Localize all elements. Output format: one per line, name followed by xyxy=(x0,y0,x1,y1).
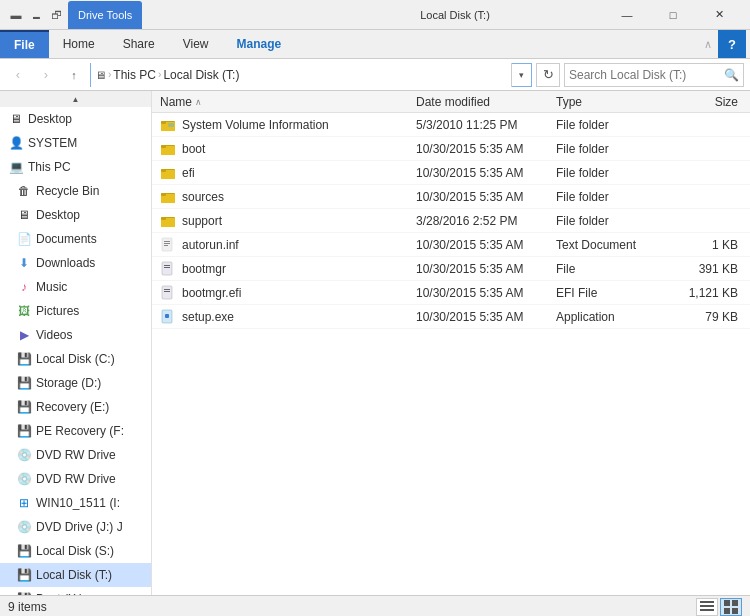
sidebar-item-disk-s[interactable]: 💾 Local Disk (S:) xyxy=(0,539,151,563)
sidebar-item-disk-t[interactable]: 💾 Local Disk (T:) xyxy=(0,563,151,587)
svg-rect-29 xyxy=(700,605,714,607)
close-button[interactable]: ✕ xyxy=(696,0,742,30)
file-name-cell: bootmgr xyxy=(152,261,412,277)
address-path[interactable]: 🖥 › This PC › Local Disk (T:) xyxy=(91,63,511,87)
sidebar-item-dvd1[interactable]: 💿 DVD RW Drive xyxy=(0,443,151,467)
sidebar-label-disk-f: PE Recovery (F: xyxy=(36,424,124,438)
file-name-text: System Volume Information xyxy=(182,118,329,132)
file-icon xyxy=(160,213,176,229)
file-icon xyxy=(160,117,176,133)
sidebar-label-thispc: This PC xyxy=(28,160,71,174)
sidebar-item-pictures[interactable]: 🖼 Pictures xyxy=(0,299,151,323)
sidebar-scroll-up[interactable]: ▲ xyxy=(0,91,151,107)
sidebar-item-dvd3[interactable]: 💿 DVD Drive (J:) J xyxy=(0,515,151,539)
sidebar-item-thispc[interactable]: 💻 This PC xyxy=(0,155,151,179)
table-row[interactable]: bootmgr 10/30/2015 5:35 AM File 391 KB xyxy=(152,257,750,281)
sidebar-item-win10[interactable]: ⊞ WIN10_1511 (I: xyxy=(0,491,151,515)
ribbon-collapse-btn[interactable]: ∧ xyxy=(698,38,718,51)
tab-manage[interactable]: Manage xyxy=(223,30,296,58)
tab-view[interactable]: View xyxy=(169,30,223,58)
search-icon[interactable]: 🔍 xyxy=(724,68,739,82)
file-date-cell: 10/30/2015 5:35 AM xyxy=(412,166,552,180)
sidebar-item-disk-e[interactable]: 💾 Recovery (E:) xyxy=(0,395,151,419)
ribbon: File Home Share View Manage ∧ ? xyxy=(0,30,750,59)
col-size-header[interactable]: Size xyxy=(662,95,742,109)
svg-rect-22 xyxy=(164,267,170,268)
table-row[interactable]: autorun.inf 10/30/2015 5:35 AM Text Docu… xyxy=(152,233,750,257)
col-size-label: Size xyxy=(715,95,738,109)
list-view-btn[interactable] xyxy=(696,598,718,616)
tb-minimize[interactable]: 🗕 xyxy=(28,7,44,23)
sidebar-item-desktop[interactable]: 🖥 Desktop xyxy=(0,107,151,131)
tb-maximize[interactable]: 🗗 xyxy=(48,7,64,23)
sidebar-item-disk-f[interactable]: 💾 PE Recovery (F: xyxy=(0,419,151,443)
sidebar-item-desktop2[interactable]: 🖥 Desktop xyxy=(0,203,151,227)
sidebar-item-recycle[interactable]: 🗑 Recycle Bin xyxy=(0,179,151,203)
col-name-header[interactable]: Name ∧ xyxy=(152,95,412,109)
forward-button[interactable]: › xyxy=(34,63,58,87)
sidebar-item-dvd2[interactable]: 💿 DVD RW Drive xyxy=(0,467,151,491)
tab-share[interactable]: Share xyxy=(109,30,169,58)
table-row[interactable]: bootmgr.efi 10/30/2015 5:35 AM EFI File … xyxy=(152,281,750,305)
file-type-cell: File folder xyxy=(552,166,662,180)
file-icon xyxy=(160,285,176,301)
tab-home[interactable]: Home xyxy=(49,30,109,58)
window-title: Local Disk (T:) xyxy=(306,9,604,21)
sidebar-item-disk-d[interactable]: 💾 Storage (D:) xyxy=(0,371,151,395)
table-row[interactable]: support 3/28/2016 2:52 PM File folder xyxy=(152,209,750,233)
disk-c-icon: 💾 xyxy=(16,351,32,367)
table-row[interactable]: efi 10/30/2015 5:35 AM File folder xyxy=(152,161,750,185)
table-row[interactable]: boot 10/30/2015 5:35 AM File folder xyxy=(152,137,750,161)
back-button[interactable]: ‹ xyxy=(6,63,30,87)
help-button[interactable]: ? xyxy=(718,30,746,58)
file-date-cell: 10/30/2015 5:35 AM xyxy=(412,238,552,252)
minimize-button[interactable]: — xyxy=(604,0,650,30)
table-row[interactable]: System Volume Information 5/3/2010 11:25… xyxy=(152,113,750,137)
table-row[interactable]: sources 10/30/2015 5:35 AM File folder xyxy=(152,185,750,209)
pc-icon: 💻 xyxy=(8,159,24,175)
file-type-cell: File folder xyxy=(552,190,662,204)
col-type-header[interactable]: Type xyxy=(552,95,662,109)
col-name-label: Name xyxy=(160,95,192,109)
item-count: 9 items xyxy=(8,600,47,614)
disk-s-icon: 💾 xyxy=(16,543,32,559)
file-name-cell: efi xyxy=(152,165,412,181)
sidebar-item-disk-c[interactable]: 💾 Local Disk (C:) xyxy=(0,347,151,371)
drive-tools-tab-label: Drive Tools xyxy=(78,9,132,21)
sidebar-item-videos[interactable]: ▶ Videos xyxy=(0,323,151,347)
col-date-header[interactable]: Date modified xyxy=(412,95,552,109)
detail-view-btn[interactable] xyxy=(720,598,742,616)
downloads-icon: ⬇ xyxy=(16,255,32,271)
file-name-text: boot xyxy=(182,142,205,156)
tab-file-label: File xyxy=(14,38,35,52)
file-name-cell: setup.exe xyxy=(152,309,412,325)
file-name-text: bootmgr.efi xyxy=(182,286,241,300)
col-date-label: Date modified xyxy=(416,95,490,109)
sidebar-item-boot[interactable]: 💾 Boot (X:) xyxy=(0,587,151,595)
table-row[interactable]: setup.exe 10/30/2015 5:35 AM Application… xyxy=(152,305,750,329)
tab-file[interactable]: File xyxy=(0,30,49,58)
sidebar-label-disk-e: Recovery (E:) xyxy=(36,400,109,414)
file-pane: Name ∧ Date modified Type Size System Vo… xyxy=(152,91,750,595)
file-icon xyxy=(160,309,176,325)
sidebar-label-disk-c: Local Disk (C:) xyxy=(36,352,115,366)
svg-rect-24 xyxy=(164,289,170,290)
svg-rect-3 xyxy=(168,123,174,127)
maximize-button[interactable]: □ xyxy=(650,0,696,30)
system-menu-btn[interactable]: ▬ xyxy=(8,7,24,23)
sidebar-item-documents[interactable]: 📄 Documents xyxy=(0,227,151,251)
up-button[interactable]: ↑ xyxy=(62,63,86,87)
drive-tools-tab[interactable]: Drive Tools xyxy=(68,1,142,29)
svg-rect-6 xyxy=(161,145,166,148)
sidebar-item-music[interactable]: ♪ Music xyxy=(0,275,151,299)
dvd2-icon: 💿 xyxy=(16,471,32,487)
address-dropdown-btn[interactable]: ▾ xyxy=(511,63,531,87)
sidebar-item-system[interactable]: 👤 SYSTEM xyxy=(0,131,151,155)
svg-rect-34 xyxy=(732,608,738,614)
file-size-cell: 1 KB xyxy=(662,238,742,252)
file-name-text: bootmgr xyxy=(182,262,226,276)
search-input[interactable] xyxy=(569,68,724,82)
sidebar-item-downloads[interactable]: ⬇ Downloads xyxy=(0,251,151,275)
svg-rect-20 xyxy=(162,262,172,275)
refresh-button[interactable]: ↻ xyxy=(536,63,560,87)
